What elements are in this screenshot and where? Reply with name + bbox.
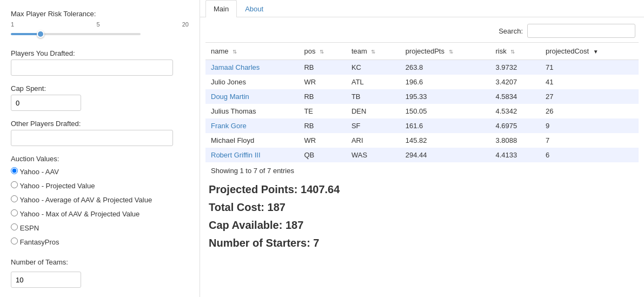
auction-values-radio-group: Yahoo - AAV Yahoo - Projected Value Yaho… xyxy=(11,167,189,249)
cell-pos: RB xyxy=(298,89,346,104)
sort-cost-icon: ▼ xyxy=(593,49,599,55)
col-pos[interactable]: pos ⇅ xyxy=(298,43,346,60)
tick-mid: 5 xyxy=(96,21,99,28)
cell-projectedcost: 9 xyxy=(540,118,639,133)
cell-risk: 3.8088 xyxy=(490,133,540,148)
cell-risk: 4.4133 xyxy=(490,148,540,162)
other-players-label: Other Players Drafted: xyxy=(11,120,189,128)
radio-yahoo-projected[interactable]: Yahoo - Projected Value xyxy=(11,181,189,190)
cell-projectedpts: 263.8 xyxy=(400,60,490,75)
table-row: Julio Jones WR ATL 196.6 3.4207 41 xyxy=(205,75,639,89)
left-panel: Max Player Risk Tolerance: 1 5 20 Player… xyxy=(0,0,200,297)
players-table: name ⇅ pos ⇅ team ⇅ projectedPts ⇅ xyxy=(205,42,639,162)
tick-max: 20 xyxy=(182,21,189,28)
cell-name: Julius Thomas xyxy=(205,104,298,118)
table-row: Robert Griffin III QB WAS 294.44 4.4133 … xyxy=(205,148,639,162)
cell-projectedcost: 7 xyxy=(540,133,639,148)
radio-yahoo-average[interactable]: Yahoo - Average of AAV & Projected Value xyxy=(11,195,189,204)
tabs-bar: Main About xyxy=(200,0,644,17)
sort-risk-icon: ⇅ xyxy=(510,49,515,55)
stats-section: Projected Points: 1407.64 Total Cost: 18… xyxy=(200,179,644,259)
cell-risk: 4.5342 xyxy=(490,104,540,118)
cell-team: ATL xyxy=(346,75,400,89)
risk-tolerance-slider[interactable] xyxy=(11,33,141,35)
cell-risk: 4.5834 xyxy=(490,89,540,104)
cell-name: Julio Jones xyxy=(205,75,298,89)
cell-pos: RB xyxy=(298,60,346,75)
sort-name-icon: ⇅ xyxy=(233,49,237,55)
cell-projectedcost: 71 xyxy=(540,60,639,75)
cell-name: Jamaal Charles xyxy=(205,60,298,75)
projected-points: Projected Points: 1407.64 xyxy=(209,183,635,196)
tab-about[interactable]: About xyxy=(237,0,271,17)
tab-main[interactable]: Main xyxy=(205,0,237,17)
search-bar: Search: xyxy=(200,17,644,42)
slider-wrapper xyxy=(11,29,189,39)
cell-projectedcost: 27 xyxy=(540,89,639,104)
cap-available: Cap Available: 187 xyxy=(209,219,635,232)
cell-pos: WR xyxy=(298,133,346,148)
players-drafted-input[interactable] xyxy=(11,60,173,76)
table-body: Jamaal Charles RB KC 263.8 3.9732 71 Jul… xyxy=(205,60,639,163)
risk-tolerance-section: Max Player Risk Tolerance: 1 5 20 xyxy=(11,10,189,39)
total-cost: Total Cost: 187 xyxy=(209,201,635,214)
cell-name: Robert Griffin III xyxy=(205,148,298,162)
auction-values-section: Auction Values: Yahoo - AAV Yahoo - Proj… xyxy=(11,155,189,249)
number-of-starters: Number of Starters: 7 xyxy=(209,237,635,249)
number-of-teams-group: Number of Teams: xyxy=(11,258,189,288)
radio-espn[interactable]: ESPN xyxy=(11,223,189,232)
radio-fantasypros[interactable]: FantasyPros xyxy=(11,237,189,246)
col-risk[interactable]: risk ⇅ xyxy=(490,43,540,60)
cell-projectedpts: 161.6 xyxy=(400,118,490,133)
slider-ticks: 1 5 20 xyxy=(11,21,189,28)
cell-pos: QB xyxy=(298,148,346,162)
cell-team: WAS xyxy=(346,148,400,162)
risk-tolerance-label: Max Player Risk Tolerance: xyxy=(11,10,189,18)
players-drafted-label: Players You Drafted: xyxy=(11,49,189,57)
cap-spent-input[interactable] xyxy=(11,95,81,111)
cell-risk: 3.4207 xyxy=(490,75,540,89)
cell-projectedpts: 150.05 xyxy=(400,104,490,118)
cell-pos: WR xyxy=(298,75,346,89)
cell-pos: RB xyxy=(298,118,346,133)
table-row: Michael Floyd WR ARI 145.82 3.8088 7 xyxy=(205,133,639,148)
col-team[interactable]: team ⇅ xyxy=(346,43,400,60)
cell-team: DEN xyxy=(346,104,400,118)
search-input[interactable] xyxy=(527,24,635,38)
other-players-group: Other Players Drafted: xyxy=(11,120,189,146)
cell-team: KC xyxy=(346,60,400,75)
col-projectedcost[interactable]: projectedCost ▼ xyxy=(540,43,639,60)
table-row: Julius Thomas TE DEN 150.05 4.5342 26 xyxy=(205,104,639,118)
cap-spent-group: Cap Spent: xyxy=(11,84,189,111)
sort-pos-icon: ⇅ xyxy=(320,49,324,55)
sort-team-icon: ⇅ xyxy=(371,49,375,55)
cell-name: Michael Floyd xyxy=(205,133,298,148)
number-of-teams-input[interactable] xyxy=(11,272,81,288)
cell-risk: 3.9732 xyxy=(490,60,540,75)
cell-projectedpts: 145.82 xyxy=(400,133,490,148)
col-projectedpts[interactable]: projectedPts ⇅ xyxy=(400,43,490,60)
table-row: Frank Gore RB SF 161.6 4.6975 9 xyxy=(205,118,639,133)
other-players-input[interactable] xyxy=(11,130,173,146)
radio-yahoo-max[interactable]: Yahoo - Max of AAV & Projected Value xyxy=(11,209,189,218)
cell-name: Frank Gore xyxy=(205,118,298,133)
col-name[interactable]: name ⇅ xyxy=(205,43,298,60)
cell-name: Doug Martin xyxy=(205,89,298,104)
table-container: name ⇅ pos ⇅ team ⇅ projectedPts ⇅ xyxy=(200,42,644,179)
cell-team: TB xyxy=(346,89,400,104)
table-row: Jamaal Charles RB KC 263.8 3.9732 71 xyxy=(205,60,639,75)
cell-projectedcost: 26 xyxy=(540,104,639,118)
players-drafted-group: Players You Drafted: xyxy=(11,49,189,76)
cell-projectedpts: 294.44 xyxy=(400,148,490,162)
cell-team: ARI xyxy=(346,133,400,148)
cell-projectedcost: 41 xyxy=(540,75,639,89)
cell-risk: 4.6975 xyxy=(490,118,540,133)
showing-text: Showing 1 to 7 of 7 entries xyxy=(205,162,639,179)
cell-team: SF xyxy=(346,118,400,133)
auction-values-label: Auction Values: xyxy=(11,155,189,163)
search-label: Search: xyxy=(499,27,523,35)
table-row: Doug Martin RB TB 195.33 4.5834 27 xyxy=(205,89,639,104)
sort-pts-icon: ⇅ xyxy=(449,49,453,55)
cell-projectedpts: 195.33 xyxy=(400,89,490,104)
radio-yahoo-aav[interactable]: Yahoo - AAV xyxy=(11,167,189,176)
